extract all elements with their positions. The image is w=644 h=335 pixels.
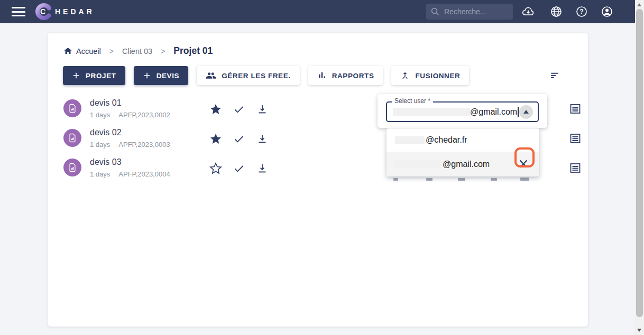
help-icon[interactable]: ? (575, 5, 588, 18)
cloud-download-icon[interactable] (522, 5, 535, 18)
bar-chart-icon (317, 71, 327, 80)
arrow-up-icon (523, 110, 529, 114)
sort-icon[interactable] (549, 71, 560, 80)
rapports-label: RAPPORTS (332, 72, 374, 80)
devis-age: 1 days (90, 170, 110, 178)
devis-ref: APFP,2023,0004 (118, 170, 170, 178)
redacted-text (395, 136, 425, 144)
breadcrumb-separator: > (161, 47, 165, 55)
gerer-les-free-label: GÉRER LES FREE. (222, 72, 291, 80)
search-icon (430, 7, 440, 16)
scrollbar-thumb[interactable] (636, 9, 643, 317)
hidden-icon-fragment (491, 178, 497, 181)
home-icon (63, 46, 72, 55)
app-window: C HEDAR ? Acc (0, 0, 644, 335)
notes-icon[interactable] (569, 103, 582, 115)
scroll-up-arrow[interactable] (637, 3, 641, 6)
document-chart-icon (68, 133, 77, 143)
devis-avatar (63, 99, 81, 117)
user-options-list: @chedar.fr @gmail.com (387, 128, 539, 176)
add-projet-button[interactable]: PROJET (63, 66, 125, 85)
user-option-label: @gmail.com (443, 160, 490, 169)
merge-icon (400, 71, 410, 80)
gerer-les-free-button[interactable]: GÉRER LES FREE. (197, 66, 300, 85)
add-devis-button[interactable]: DEVIS (134, 66, 189, 85)
hidden-icon-fragment (520, 178, 529, 181)
collapse-dropdown-button[interactable] (519, 105, 533, 119)
brand-text: HEDAR (55, 7, 95, 16)
fusionner-label: FUSIONNER (415, 72, 460, 80)
star-icon[interactable] (209, 133, 222, 145)
devis-title: devis 03 (90, 157, 122, 167)
user-option[interactable]: @chedar.fr (387, 128, 539, 152)
content-card: Accueil > Client 03 > Projet 01 PROJET D… (48, 33, 588, 327)
document-chart-icon (68, 104, 77, 113)
add-projet-label: PROJET (86, 72, 116, 80)
notes-icon[interactable] (569, 132, 582, 145)
rapports-button[interactable]: RAPPORTS (308, 66, 383, 85)
devis-subtitle: 1 days APFP,2023,0004 (90, 170, 170, 178)
download-icon[interactable] (256, 162, 269, 175)
text-cursor (518, 107, 519, 117)
devis-subtitle: 1 days APFP,2023,0002 (90, 111, 170, 119)
scrollbar[interactable] (635, 0, 644, 335)
devis-avatar (63, 159, 81, 176)
hidden-icon-fragment (458, 178, 465, 181)
search-input[interactable] (444, 7, 509, 16)
devis-age: 1 days (90, 111, 110, 119)
people-icon (206, 70, 216, 81)
plus-icon (143, 71, 151, 80)
star-icon[interactable] (209, 103, 222, 116)
toolbar: PROJET DEVIS GÉRER LES FREE. RAPPORTS (63, 66, 469, 85)
page-title: Projet 01 (173, 45, 213, 57)
devis-title: devis 01 (90, 98, 122, 108)
breadcrumb-home[interactable]: Accueil (63, 46, 101, 55)
user-option-label: @chedar.fr (426, 135, 467, 145)
brand-first-letter: C (40, 7, 46, 16)
globe-icon[interactable] (550, 5, 563, 18)
close-icon[interactable] (517, 157, 530, 171)
hidden-icon-fragment (426, 178, 433, 181)
account-icon[interactable] (601, 5, 613, 18)
plus-icon (72, 71, 80, 80)
download-icon[interactable] (256, 133, 269, 145)
breadcrumb-home-label: Accueil (76, 47, 101, 55)
select-user-label: Select user * (392, 97, 433, 105)
star-icon[interactable] (209, 162, 222, 175)
fusionner-button[interactable]: FUSIONNER (391, 66, 469, 85)
hidden-icon-fragment (393, 178, 398, 181)
svg-text:?: ? (579, 8, 583, 15)
redacted-text (395, 160, 441, 168)
devis-title: devis 02 (90, 128, 122, 137)
topbar: C HEDAR ? (0, 0, 635, 23)
search-box[interactable] (426, 4, 513, 20)
add-devis-label: DEVIS (157, 72, 180, 80)
user-option[interactable]: @gmail.com (387, 152, 539, 176)
document-chart-icon (68, 163, 77, 172)
check-icon[interactable] (233, 103, 245, 116)
devis-age: 1 days (90, 141, 110, 148)
logo-ring-icon: C (34, 2, 54, 22)
check-icon[interactable] (233, 133, 245, 145)
notes-icon[interactable] (569, 162, 582, 174)
devis-subtitle: 1 days APFP,2023,0003 (90, 141, 170, 148)
devis-ref: APFP,2023,0003 (118, 141, 170, 148)
check-icon[interactable] (233, 162, 245, 175)
devis-avatar (63, 129, 81, 147)
breadcrumb: Accueil > Client 03 > Projet 01 (63, 45, 213, 57)
brand-logo[interactable]: C HEDAR (34, 2, 95, 22)
menu-icon[interactable] (12, 7, 25, 16)
scroll-down-arrow[interactable] (637, 329, 641, 332)
select-user-value: @gmail.com (470, 107, 517, 117)
download-icon[interactable] (256, 103, 269, 116)
breadcrumb-separator: > (109, 47, 114, 55)
breadcrumb-client[interactable]: Client 03 (122, 47, 152, 55)
redacted-text (393, 108, 470, 116)
devis-ref: APFP,2023,0002 (118, 111, 170, 119)
